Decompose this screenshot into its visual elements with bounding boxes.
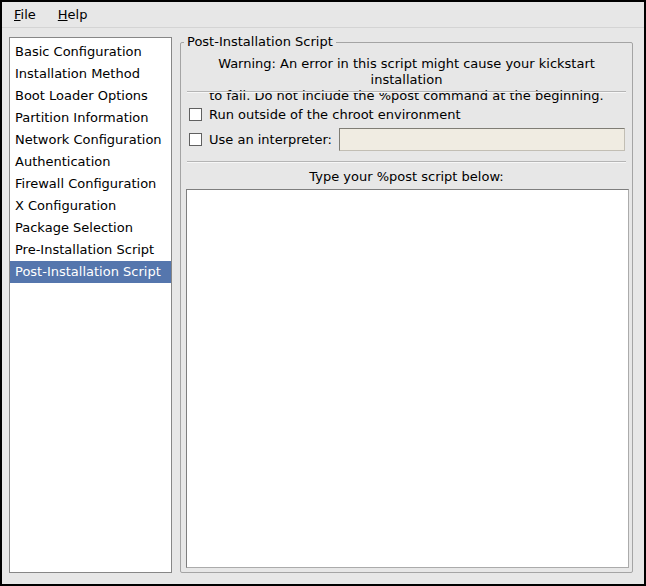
sidebar-item-post-installation-script[interactable]: Post-Installation Script bbox=[10, 261, 171, 283]
chroot-option-row: Run outside of the chroot environment bbox=[189, 103, 625, 126]
menu-help[interactable]: Help bbox=[50, 4, 96, 26]
warning-line-1: Warning: An error in this script might c… bbox=[181, 56, 632, 88]
interpreter-input[interactable] bbox=[339, 128, 625, 151]
sidebar-item-firewall-configuration[interactable]: Firewall Configuration bbox=[10, 173, 171, 195]
menu-bar: File Help bbox=[2, 2, 644, 28]
sidebar-item-installation-method[interactable]: Installation Method bbox=[10, 63, 171, 85]
separator bbox=[187, 91, 626, 93]
sidebar-item-basic-configuration[interactable]: Basic Configuration bbox=[10, 41, 171, 63]
post-script-textarea[interactable] bbox=[186, 189, 629, 568]
kickstart-configurator-window: File Help Basic Configuration Installati… bbox=[0, 0, 646, 586]
sidebar-item-x-configuration[interactable]: X Configuration bbox=[10, 195, 171, 217]
sidebar-item-pre-installation-script[interactable]: Pre-Installation Script bbox=[10, 239, 171, 261]
sidebar-item-package-selection[interactable]: Package Selection bbox=[10, 217, 171, 239]
warning-text: Warning: An error in this script might c… bbox=[181, 56, 632, 104]
run-outside-chroot-label: Run outside of the chroot environment bbox=[209, 107, 461, 122]
section-list: Basic Configuration Installation Method … bbox=[9, 37, 172, 573]
run-outside-chroot-checkbox[interactable] bbox=[189, 108, 202, 121]
script-prompt-label: Type your %post script below: bbox=[181, 169, 632, 184]
frame-legend: Post-Installation Script bbox=[184, 34, 336, 49]
use-interpreter-label: Use an interpreter: bbox=[209, 132, 332, 147]
post-installation-frame: Post-Installation Script Warning: An err… bbox=[180, 42, 633, 573]
sidebar-item-authentication[interactable]: Authentication bbox=[10, 151, 171, 173]
use-interpreter-checkbox[interactable] bbox=[189, 133, 202, 146]
interpreter-option-row: Use an interpreter: bbox=[189, 128, 625, 151]
sidebar-item-network-configuration[interactable]: Network Configuration bbox=[10, 129, 171, 151]
sidebar-item-boot-loader-options[interactable]: Boot Loader Options bbox=[10, 85, 171, 107]
sidebar-item-partition-information[interactable]: Partition Information bbox=[10, 107, 171, 129]
separator bbox=[187, 161, 626, 163]
menu-file[interactable]: File bbox=[6, 4, 44, 26]
